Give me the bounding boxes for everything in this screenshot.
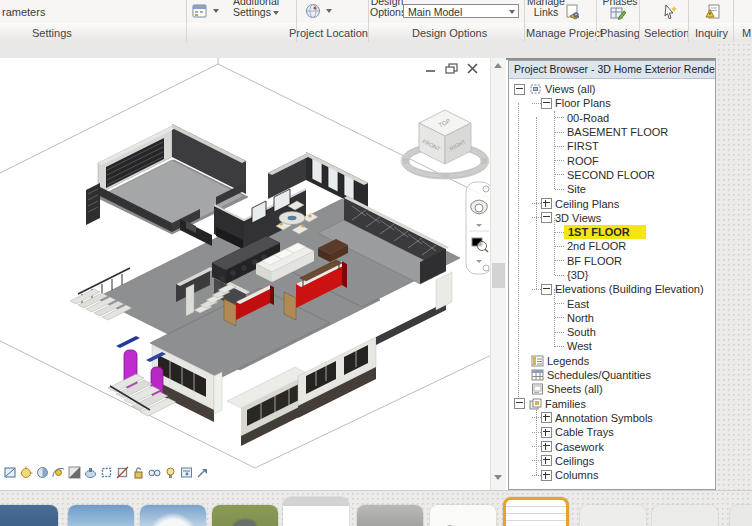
scroll-down-arrow[interactable] <box>494 475 502 480</box>
expand-icon[interactable] <box>541 198 552 209</box>
additional-settings-button[interactable]: Additional Settings <box>226 0 286 18</box>
tree-item-view-selected[interactable]: 1ST FLOOR <box>509 225 715 239</box>
selection-icon[interactable] <box>662 4 678 20</box>
legends-icon <box>531 355 544 367</box>
video-thumbnail-10[interactable] <box>652 505 718 526</box>
inquiry-icon[interactable] <box>705 4 721 20</box>
tree-item-family-category[interactable]: Columns <box>509 468 715 482</box>
project-location-dropdown-caret[interactable] <box>326 9 332 13</box>
tree-item-family-category[interactable]: Casework <box>509 439 715 453</box>
tree-item-view[interactable]: South <box>509 325 715 339</box>
parameters-button[interactable]: rameters <box>2 6 45 18</box>
steering-wheel-icon <box>471 200 488 214</box>
collapse-icon[interactable] <box>541 98 552 109</box>
restore-view-icon[interactable] <box>445 63 458 74</box>
reveal-hidden-icon[interactable] <box>164 466 177 479</box>
tree-item-view[interactable]: {3D} <box>509 268 715 282</box>
video-thumbnail-selected[interactable] <box>503 497 569 526</box>
video-thumbnail-5[interactable] <box>283 497 349 526</box>
additional-settings-icon[interactable] <box>192 3 208 19</box>
3d-model-view[interactable]: TOP FRONT RIGHT <box>0 58 506 490</box>
visual-style-icon[interactable] <box>36 466 49 479</box>
video-thumbnail-7[interactable] <box>430 505 496 526</box>
view-properties-icon[interactable] <box>180 466 193 479</box>
crop-icon[interactable] <box>100 466 113 479</box>
views-icon <box>529 83 542 95</box>
families-icon <box>529 398 542 410</box>
video-thumbnail-9[interactable] <box>580 505 646 526</box>
tree-item-view[interactable]: 2nd FLOOR <box>509 239 715 253</box>
hide-isolate-icon[interactable] <box>148 466 161 479</box>
ribbon-separator <box>733 0 734 42</box>
minimize-view-icon[interactable] <box>424 63 437 74</box>
tree-item-view[interactable]: SECOND FLOOR <box>509 168 715 182</box>
shadows-icon[interactable] <box>68 466 81 479</box>
expand-icon[interactable] <box>541 470 552 481</box>
design-options-button[interactable]: Design Options <box>370 0 404 18</box>
collapse-icon[interactable] <box>514 84 525 95</box>
tree-item-family-category[interactable]: Cable Trays <box>509 425 715 439</box>
navigation-bar[interactable] <box>466 182 492 274</box>
project-location-icon[interactable] <box>305 3 321 19</box>
collapse-icon[interactable] <box>541 212 552 223</box>
manage-links-icon[interactable] <box>565 4 581 20</box>
expand-icon[interactable] <box>541 412 552 423</box>
tree-item-ceiling-plans[interactable]: Ceiling Plans <box>509 196 715 210</box>
tree-item-family-category[interactable]: Ceilings <box>509 454 715 468</box>
tree-item-schedules[interactable]: Schedules/Quantities <box>509 368 715 382</box>
rendering-icon[interactable] <box>84 466 97 479</box>
video-thumbnail-2[interactable] <box>68 505 134 526</box>
detail-level-icon[interactable] <box>20 466 33 479</box>
main-model-dropdown[interactable]: Main Model <box>403 4 519 18</box>
viewport-scrollbar[interactable] <box>490 58 506 490</box>
displace-icon[interactable] <box>196 466 209 479</box>
scale-icon[interactable] <box>4 466 17 479</box>
scroll-up-arrow[interactable] <box>494 63 502 68</box>
tree-item-families[interactable]: Families <box>509 397 715 411</box>
expand-icon[interactable] <box>541 427 552 438</box>
project-browser-title[interactable]: Project Browser - 3D Home Exterior Rende… <box>509 61 715 79</box>
phases-icon[interactable] <box>610 5 626 21</box>
video-thumbnail-3[interactable] <box>140 505 206 526</box>
collapse-icon[interactable] <box>541 284 552 295</box>
tree-item-view[interactable]: West <box>509 339 715 353</box>
tree-item-view[interactable]: FIRST <box>509 139 715 153</box>
additional-settings-dropdown-caret[interactable] <box>213 9 219 13</box>
tree-item-elevations[interactable]: Elevations (Building Elevation) <box>509 282 715 296</box>
tree-item-view[interactable]: BF FLOOR <box>509 254 715 268</box>
project-browser-panel: Project Browser - 3D Home Exterior Rende… <box>508 60 716 490</box>
video-thumbnail-6[interactable] <box>357 505 423 526</box>
tree-item-floor-plans[interactable]: Floor Plans <box>509 96 715 110</box>
video-thumbnail-1[interactable] <box>0 505 58 526</box>
tree-item-sheets[interactable]: Sheets (all) <box>509 382 715 396</box>
ribbon-separator <box>596 0 597 42</box>
unlocked-icon[interactable] <box>132 466 145 479</box>
manage-links-button[interactable]: Manage Links <box>526 0 566 18</box>
panel-label-macros: M <box>742 27 751 39</box>
sun-path-icon[interactable] <box>52 466 65 479</box>
tree-item-family-category[interactable]: Annotation Symbols <box>509 411 715 425</box>
tree-item-legends[interactable]: Legends <box>509 354 715 368</box>
expand-icon[interactable] <box>541 441 552 452</box>
video-thumbnail-11[interactable] <box>730 505 752 526</box>
expand-icon[interactable] <box>541 455 552 466</box>
tree-item-view[interactable]: BASEMENT FLOOR <box>509 125 715 139</box>
crop-visibility-icon[interactable] <box>116 466 129 479</box>
drawing-area[interactable]: TOP FRONT RIGHT <box>0 58 506 490</box>
tree-item-view[interactable]: Site <box>509 182 715 196</box>
tree-item-view[interactable]: 00-Road <box>509 111 715 125</box>
viewcube[interactable]: TOP FRONT RIGHT <box>401 110 489 178</box>
collapse-icon[interactable] <box>514 398 525 409</box>
ribbon-separator <box>186 0 187 42</box>
tree-item-3d-views[interactable]: 3D Views <box>509 211 715 225</box>
panel-label-design-options: Design Options <box>412 27 487 39</box>
tree-item-view[interactable]: ROOF <box>509 153 715 167</box>
tree-item-views-all[interactable]: Views (all) <box>509 82 715 96</box>
tree-item-view[interactable]: East <box>509 296 715 310</box>
view-control-bar <box>4 466 209 479</box>
scrollbar-thumb[interactable] <box>492 263 505 288</box>
tree-item-view[interactable]: North <box>509 311 715 325</box>
close-view-icon[interactable] <box>466 63 479 74</box>
panel-label-project-location: Project Location <box>289 27 368 39</box>
video-thumbnail-4[interactable] <box>212 505 278 526</box>
